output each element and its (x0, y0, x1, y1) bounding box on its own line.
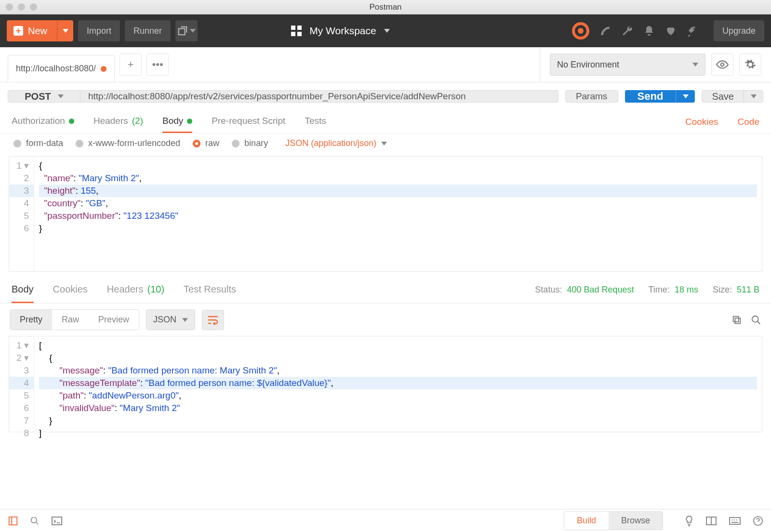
send-button[interactable]: Send (625, 90, 676, 103)
view-pretty[interactable]: Pretty (10, 310, 52, 330)
gutter: 1 ▾2 ▾345678 (9, 336, 34, 432)
radio-binary[interactable]: binary (232, 138, 268, 148)
minimize-dot[interactable] (18, 3, 25, 11)
request-tabs: Authorization Headers (2) Body Pre-reque… (0, 110, 771, 133)
view-mode-segment: Pretty Raw Preview (10, 309, 139, 330)
save-button[interactable]: Save (702, 91, 744, 102)
status-value: 400 Bad Request (567, 285, 634, 294)
sync-icon[interactable] (572, 22, 589, 40)
window-titlebar: Postman (0, 0, 771, 14)
bottom-bar: Build Browse (0, 509, 771, 532)
build-tab[interactable]: Build (564, 512, 609, 530)
svg-point-1 (601, 33, 603, 35)
response-tabs: Body Cookies Headers (10) Test Results S… (0, 277, 771, 304)
workspace-grid-icon (291, 26, 302, 36)
dot-icon (69, 119, 74, 124)
tab-prerequest[interactable]: Pre-request Script (212, 110, 285, 133)
heart-icon[interactable] (665, 25, 677, 37)
copy-icon[interactable] (731, 315, 742, 325)
code-link[interactable]: Code (738, 117, 759, 127)
window-title: Postman (369, 2, 401, 12)
environment-selector[interactable]: No Environment (550, 53, 705, 76)
new-button-label: New (28, 26, 47, 37)
svg-rect-11 (730, 518, 740, 524)
main-toolbar: + New Import Runner My Workspace Upgrade (0, 14, 771, 47)
runner-button[interactable]: Runner (125, 20, 171, 41)
resp-tab-tests[interactable]: Test Results (184, 277, 236, 303)
svg-rect-0 (179, 28, 185, 35)
svg-point-6 (752, 316, 758, 322)
resp-tab-body[interactable]: Body (12, 277, 34, 303)
two-pane-icon[interactable] (705, 516, 717, 526)
view-preview[interactable]: Preview (89, 310, 139, 330)
search-icon[interactable] (751, 315, 761, 325)
workspace-switcher[interactable]: My Workspace (291, 25, 389, 37)
code-area: [ { "message": "Bad formed person name: … (34, 336, 762, 432)
save-dropdown[interactable] (744, 91, 763, 102)
svg-rect-9 (52, 517, 62, 525)
svg-rect-4 (735, 318, 740, 323)
dot-icon (187, 119, 192, 124)
url-input[interactable]: http://localhost:8080/app/rest/v2/servic… (80, 91, 558, 102)
build-browse-switch: Build Browse (564, 511, 663, 530)
chevron-down-icon (692, 63, 698, 66)
new-dropdown-caret[interactable] (57, 20, 73, 41)
cookies-link[interactable]: Cookies (685, 117, 718, 127)
open-new-icon[interactable] (175, 20, 198, 41)
unsaved-dot-icon (101, 66, 106, 72)
settings-gear-icon[interactable] (739, 53, 761, 76)
keyboard-icon[interactable] (729, 517, 741, 525)
workspace-label: My Workspace (309, 25, 376, 37)
svg-point-8 (31, 517, 37, 523)
close-dot[interactable] (6, 3, 13, 11)
response-body-editor[interactable]: 1 ▾2 ▾345678 [ { "message": "Bad formed … (9, 336, 762, 432)
method-label: POST (25, 91, 51, 102)
wrench-icon[interactable] (621, 25, 634, 37)
content-type-selector[interactable]: JSON (application/json) (285, 138, 387, 148)
env-quicklook-button[interactable] (711, 53, 733, 76)
method-selector[interactable]: POST (8, 91, 80, 102)
new-button[interactable]: + New (7, 20, 73, 41)
satellite-icon[interactable] (599, 25, 611, 37)
radio-raw[interactable]: raw (193, 138, 219, 148)
rocket-icon[interactable] (687, 25, 699, 37)
bulb-icon[interactable] (684, 515, 694, 527)
bell-icon[interactable] (643, 25, 655, 37)
environment-label: No Environment (557, 60, 619, 70)
sidebar-toggle-icon[interactable] (8, 516, 18, 526)
radio-urlencoded[interactable]: x-www-form-urlencoded (76, 138, 180, 148)
resp-tab-cookies[interactable]: Cookies (53, 277, 88, 303)
mac-traffic-lights (6, 3, 37, 11)
browse-tab[interactable]: Browse (609, 512, 663, 530)
body-type-row: form-data x-www-form-urlencoded raw bina… (0, 133, 771, 153)
console-icon[interactable] (51, 516, 63, 526)
resp-tab-headers[interactable]: Headers (10) (107, 277, 164, 303)
wrap-lines-button[interactable] (202, 310, 224, 330)
upgrade-button[interactable]: Upgrade (714, 20, 764, 41)
tab-options-button[interactable]: ••• (146, 53, 169, 76)
params-button[interactable]: Params (565, 90, 618, 103)
code-area[interactable]: { "name": "Mary Smith 2", "height": 155,… (34, 157, 762, 271)
size-value: 511 B (737, 285, 759, 294)
import-button[interactable]: Import (78, 20, 120, 41)
help-icon[interactable] (753, 516, 763, 526)
new-tab-button[interactable]: + (120, 53, 142, 76)
chevron-down-icon (384, 29, 390, 33)
request-body-editor[interactable]: 1 ▾23456 { "name": "Mary Smith 2", "heig… (9, 156, 762, 272)
view-raw[interactable]: Raw (52, 310, 89, 330)
plus-icon: + (13, 26, 23, 36)
tab-tests[interactable]: Tests (305, 110, 326, 133)
time-value: 18 ms (675, 285, 698, 294)
svg-point-3 (721, 63, 724, 66)
tab-body[interactable]: Body (162, 110, 192, 133)
tab-title: http://localhost:8080/ (16, 64, 96, 74)
tab-headers[interactable]: Headers (2) (93, 110, 143, 133)
request-tab[interactable]: http://localhost:8080/ (8, 55, 115, 82)
tab-authorization[interactable]: Authorization (12, 110, 74, 133)
save-button-group: Save (702, 90, 763, 103)
find-icon[interactable] (30, 516, 40, 526)
radio-formdata[interactable]: form-data (13, 138, 63, 148)
send-dropdown[interactable] (676, 90, 695, 103)
maximize-dot[interactable] (30, 3, 37, 11)
response-format-selector[interactable]: JSON (146, 309, 195, 330)
